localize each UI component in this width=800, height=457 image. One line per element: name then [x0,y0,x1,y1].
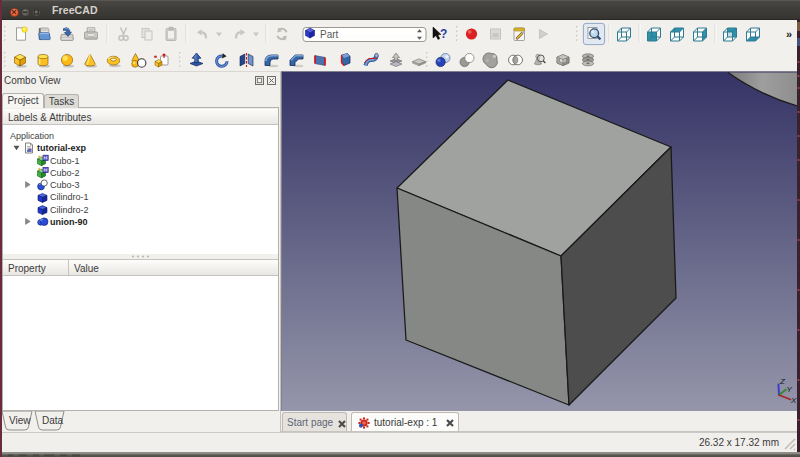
svg-text:?: ? [440,27,447,41]
svg-text:union-90: union-90 [50,217,88,227]
svg-text:Cubo-2: Cubo-2 [50,168,80,178]
svg-text:»: » [786,28,792,40]
svg-text:Application: Application [10,131,54,141]
svg-text:Cubo-3: Cubo-3 [50,180,80,190]
svg-text:View: View [9,415,31,426]
svg-text:Cilindro-1: Cilindro-1 [50,192,89,202]
svg-text:Part: Part [320,29,339,40]
svg-text:Cilindro-2: Cilindro-2 [50,205,89,215]
svg-text:Data: Data [42,415,64,426]
svg-text:X: X [790,396,797,405]
svg-text:Y: Y [787,385,793,394]
svg-text:tutorial-exp: tutorial-exp [37,143,87,153]
svg-text:Cubo-1: Cubo-1 [50,156,80,166]
